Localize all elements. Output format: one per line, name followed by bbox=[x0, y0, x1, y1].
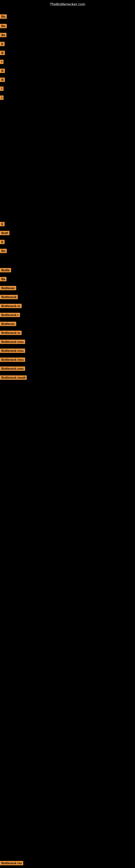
badge-item: Bo bbox=[0, 14, 7, 19]
badge-item: Bottleneck res bbox=[0, 861, 23, 865]
badge-item: Ba bbox=[0, 277, 6, 281]
badge-item: B bbox=[0, 69, 5, 73]
badge-item: Bottleneck re bbox=[0, 331, 21, 335]
badge-item: Bottleneck resu bbox=[0, 358, 25, 362]
badge-item: I bbox=[0, 60, 3, 64]
site-title: TheBottlenecker.com bbox=[0, 0, 135, 8]
badge-item: Bottleneck re bbox=[0, 304, 21, 308]
badge-item: E bbox=[0, 240, 5, 244]
badge-item: I bbox=[0, 95, 3, 100]
badge-item: E bbox=[0, 42, 5, 46]
badge-item: B bbox=[0, 78, 5, 82]
badge-item: B bbox=[0, 51, 5, 55]
badge-item: Bottle bbox=[0, 268, 11, 272]
badge-item: Bottleneck resu bbox=[0, 367, 25, 371]
badge-item: Bottleneck resu bbox=[0, 340, 25, 344]
badge-item: Bottl bbox=[0, 231, 9, 235]
badge-item: Bottleneck bbox=[0, 295, 18, 299]
badge-item: Bottleneck resu bbox=[0, 348, 25, 353]
badge-item: Ba bbox=[0, 33, 6, 37]
badge-item: Bottleneck r bbox=[0, 313, 20, 317]
badge-item: I bbox=[0, 87, 3, 91]
badge-item: Bottlenec bbox=[0, 286, 16, 290]
badge-item: Bottlenec bbox=[0, 322, 16, 326]
badge-item: Bottleneck result bbox=[0, 375, 27, 380]
badge-item: E bbox=[0, 222, 5, 226]
badge-item: Bo bbox=[0, 24, 7, 28]
badge-item: Bo bbox=[0, 249, 7, 253]
